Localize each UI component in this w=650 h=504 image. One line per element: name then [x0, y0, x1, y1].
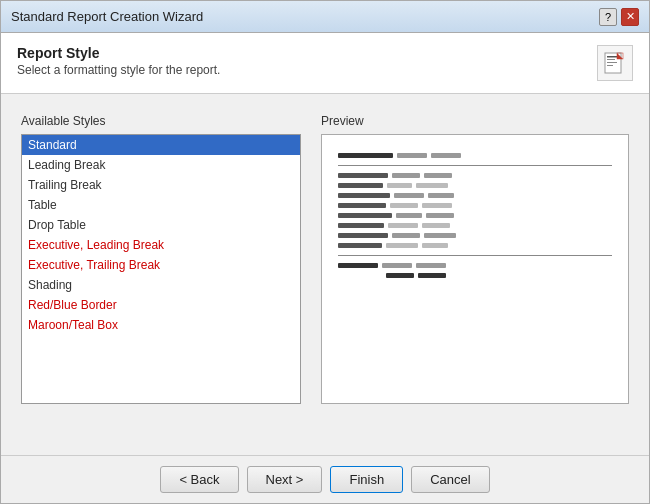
preview-bar [416, 183, 448, 188]
preview-row [338, 183, 612, 188]
preview-row [338, 263, 612, 268]
preview-bar [338, 173, 388, 178]
preview-bar [338, 213, 392, 218]
preview-bar [338, 203, 386, 208]
dialog-content: Report Style Select a formatting style f… [1, 33, 649, 503]
preview-bar [338, 223, 384, 228]
style-item-drop-table[interactable]: Drop Table [22, 215, 300, 235]
preview-row [338, 213, 612, 218]
preview-bar [338, 243, 382, 248]
preview-bar [392, 173, 420, 178]
header-title: Report Style [17, 45, 220, 61]
help-button[interactable]: ? [599, 8, 617, 26]
preview-bar [338, 183, 383, 188]
preview-bar [388, 223, 418, 228]
dialog-window: Standard Report Creation Wizard ? ✕ Repo… [0, 0, 650, 504]
preview-bar [422, 243, 448, 248]
title-bar-controls: ? ✕ [599, 8, 639, 26]
preview-bar [382, 263, 412, 268]
styles-list[interactable]: StandardLeading BreakTrailing BreakTable… [21, 134, 301, 404]
preview-row [338, 203, 612, 208]
preview-bar [338, 263, 378, 268]
preview-separator [338, 165, 612, 166]
preview-bar [396, 213, 422, 218]
style-item-executive-trailing[interactable]: Executive, Trailing Break [22, 255, 300, 275]
preview-bar [394, 193, 424, 198]
header-text: Report Style Select a formatting style f… [17, 45, 220, 77]
preview-bar [338, 153, 393, 158]
preview-box [321, 134, 629, 404]
preview-bar [424, 233, 456, 238]
preview-bar [428, 193, 454, 198]
svg-rect-4 [607, 65, 613, 66]
dialog-title: Standard Report Creation Wizard [11, 9, 203, 24]
preview-row [338, 173, 612, 178]
svg-rect-1 [607, 56, 617, 58]
preview-bar [386, 243, 418, 248]
finish-button[interactable]: Finish [330, 466, 403, 493]
back-button[interactable]: < Back [160, 466, 238, 493]
right-panel: Preview [321, 114, 629, 435]
preview-row [338, 233, 612, 238]
preview-row [338, 193, 612, 198]
style-item-maroon-teal-box[interactable]: Maroon/Teal Box [22, 315, 300, 335]
preview-bar [416, 263, 446, 268]
preview-row [338, 223, 612, 228]
style-item-shading[interactable]: Shading [22, 275, 300, 295]
report-icon-svg [603, 51, 627, 75]
preview-content [332, 145, 618, 286]
preview-bar [422, 223, 450, 228]
preview-bar [426, 213, 454, 218]
preview-label: Preview [321, 114, 629, 128]
report-style-icon [597, 45, 633, 81]
close-button[interactable]: ✕ [621, 8, 639, 26]
style-item-trailing-break[interactable]: Trailing Break [22, 175, 300, 195]
cancel-button[interactable]: Cancel [411, 466, 489, 493]
preview-bar [397, 153, 427, 158]
style-item-leading-break[interactable]: Leading Break [22, 155, 300, 175]
style-item-executive-leading[interactable]: Executive, Leading Break [22, 235, 300, 255]
preview-row [338, 153, 612, 158]
title-bar: Standard Report Creation Wizard ? ✕ [1, 1, 649, 33]
preview-separator [338, 255, 612, 256]
preview-bar [338, 193, 390, 198]
preview-bar [338, 233, 388, 238]
next-button[interactable]: Next > [247, 466, 323, 493]
preview-bar [431, 153, 461, 158]
preview-row [338, 243, 612, 248]
preview-bar [387, 183, 412, 188]
styles-label: Available Styles [21, 114, 301, 128]
preview-row [338, 273, 612, 278]
svg-rect-3 [607, 62, 617, 63]
main-area: Available Styles StandardLeading BreakTr… [1, 94, 649, 455]
style-item-standard[interactable]: Standard [22, 135, 300, 155]
preview-bar [390, 203, 418, 208]
preview-bar [418, 273, 446, 278]
svg-rect-2 [607, 59, 615, 60]
style-item-table[interactable]: Table [22, 195, 300, 215]
footer: < Back Next > Finish Cancel [1, 455, 649, 503]
header-subtitle: Select a formatting style for the report… [17, 63, 220, 77]
left-panel: Available Styles StandardLeading BreakTr… [21, 114, 301, 435]
preview-bar [392, 233, 420, 238]
style-item-red-blue-border[interactable]: Red/Blue Border [22, 295, 300, 315]
preview-bar [386, 273, 414, 278]
header-section: Report Style Select a formatting style f… [1, 33, 649, 94]
preview-bar [424, 173, 452, 178]
preview-bar [422, 203, 452, 208]
